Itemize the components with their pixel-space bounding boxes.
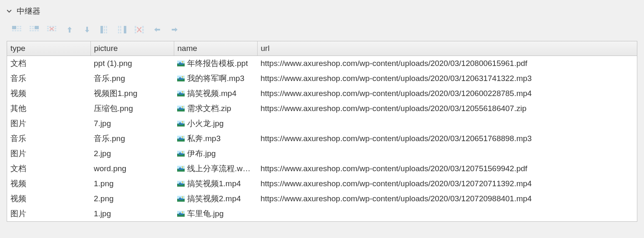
image-file-icon	[177, 136, 185, 142]
table-row[interactable]: 音乐音乐.png我的将军啊.mp3https://www.axureshop.c…	[7, 71, 637, 86]
svg-point-83	[182, 166, 183, 167]
table-row[interactable]: 视频视频图1.png搞笑视频.mp4https://www.axureshop.…	[7, 86, 637, 101]
table-row[interactable]: 文档word.png线上分享流程.w…https://www.axureshop…	[7, 161, 637, 176]
grid-2-icon[interactable]	[29, 25, 40, 34]
cell-url[interactable]	[257, 146, 637, 161]
cell-type[interactable]: 音乐	[7, 131, 90, 146]
cell-name[interactable]: 需求文档.zip	[174, 101, 257, 116]
table-row[interactable]: 文档ppt (1).png年终报告模板.ppthttps://www.axure…	[7, 56, 637, 71]
cell-type[interactable]: 其他	[7, 101, 90, 116]
cell-picture[interactable]: ppt (1).png	[90, 56, 174, 71]
cell-name[interactable]: 搞笑视频1.mp4	[174, 176, 257, 191]
cell-picture[interactable]: 7.jpg	[90, 116, 174, 131]
cell-url[interactable]	[257, 206, 637, 221]
cell-name[interactable]: 车里龟.jpg	[174, 206, 257, 221]
table-row[interactable]: 视频1.png搞笑视频1.mp4https://www.axureshop.co…	[7, 176, 637, 191]
cell-url[interactable]: https://www.axureshop.com/wp-content/upl…	[257, 101, 637, 116]
arrow-right-icon[interactable]	[169, 25, 180, 34]
cell-picture[interactable]: 压缩包.png	[90, 101, 174, 116]
table-row[interactable]: 音乐音乐.png私奔.mp3https://www.axureshop.com/…	[7, 131, 637, 146]
cell-picture[interactable]: 音乐.png	[90, 71, 174, 86]
table-row[interactable]: 其他压缩包.png需求文档.ziphttps://www.axureshop.c…	[7, 101, 637, 116]
cell-name[interactable]: 小火龙.jpg	[174, 116, 257, 131]
col-right-icon[interactable]	[117, 25, 128, 34]
arrow-up-icon[interactable]	[64, 25, 75, 34]
cell-name-text: 年终报告模板.ppt	[187, 58, 248, 69]
image-file-icon	[177, 106, 185, 111]
svg-point-75	[182, 136, 183, 137]
cell-name-text: 伊布.jpg	[187, 148, 216, 159]
image-file-icon	[177, 91, 185, 96]
image-file-icon	[177, 121, 185, 127]
arrow-left-icon[interactable]	[152, 25, 163, 34]
cell-name[interactable]: 搞笑视频.mp4	[174, 86, 257, 101]
cell-name[interactable]: 搞笑视频2.mp4	[174, 191, 257, 206]
col-header-name[interactable]: name	[174, 41, 257, 56]
cell-name[interactable]: 伊布.jpg	[174, 146, 257, 161]
col-header-picture[interactable]: picture	[90, 41, 174, 56]
cell-picture[interactable]: 视频图1.png	[90, 86, 174, 101]
cell-picture[interactable]: 音乐.png	[90, 131, 174, 146]
cell-picture[interactable]: 2.png	[90, 191, 174, 206]
col-left-icon[interactable]	[99, 25, 110, 34]
cell-type[interactable]: 视频	[7, 86, 90, 101]
cell-name[interactable]: 我的将军啊.mp3	[174, 71, 257, 86]
svg-rect-7	[17, 30, 19, 31]
table-row[interactable]: 图片7.jpg小火龙.jpg	[7, 116, 637, 131]
cell-type[interactable]: 图片	[7, 206, 90, 221]
cell-type[interactable]: 音乐	[7, 71, 90, 86]
cell-url[interactable]: https://www.axureshop.com/wp-content/upl…	[257, 176, 637, 191]
svg-rect-8	[20, 30, 21, 31]
arrow-down-icon[interactable]	[82, 25, 93, 34]
cell-url[interactable]	[257, 116, 637, 131]
table-row[interactable]: 图片1.jpg车里龟.jpg	[7, 206, 637, 221]
svg-point-67	[182, 106, 183, 107]
svg-rect-31	[104, 26, 105, 28]
collapse-chevron-icon[interactable]	[6, 8, 13, 15]
cell-name[interactable]: 年终报告模板.ppt	[174, 56, 257, 71]
cell-name-text: 小火龙.jpg	[187, 118, 224, 129]
svg-rect-27	[55, 30, 56, 31]
cell-name[interactable]: 私奔.mp3	[174, 131, 257, 146]
image-file-icon	[177, 151, 185, 157]
cell-picture[interactable]: 1.jpg	[90, 206, 174, 221]
cell-type[interactable]: 文档	[7, 161, 90, 176]
toolbar	[0, 21, 644, 41]
image-file-icon	[177, 181, 185, 187]
svg-rect-3	[17, 28, 19, 29]
cell-type[interactable]: 图片	[7, 116, 90, 131]
svg-rect-1	[17, 26, 19, 27]
cell-url[interactable]: https://www.axureshop.com/wp-content/upl…	[257, 71, 637, 86]
cell-type[interactable]: 视频	[7, 176, 90, 191]
cell-url[interactable]: https://www.axureshop.com/wp-content/upl…	[257, 191, 637, 206]
cell-type[interactable]: 文档	[7, 56, 90, 71]
col-header-url[interactable]: url	[257, 41, 637, 56]
grid-delete-icon[interactable]	[47, 25, 58, 34]
col-delete-icon[interactable]	[134, 25, 145, 34]
cell-name[interactable]: 线上分享流程.w…	[174, 161, 257, 176]
table-row[interactable]: 视频2.png搞笑视频2.mp4https://www.axureshop.co…	[7, 191, 637, 206]
col-header-type[interactable]: type	[7, 41, 90, 56]
svg-rect-21	[55, 26, 56, 27]
cell-picture[interactable]: word.png	[90, 161, 174, 176]
cell-name-text: 搞笑视频1.mp4	[187, 178, 241, 189]
cell-url[interactable]: https://www.axureshop.com/wp-content/upl…	[257, 56, 637, 71]
cell-type[interactable]: 视频	[7, 191, 90, 206]
svg-rect-14	[30, 30, 31, 31]
table-row[interactable]: 图片2.jpg伊布.jpg	[7, 146, 637, 161]
svg-rect-32	[106, 26, 107, 28]
cell-url[interactable]: https://www.axureshop.com/wp-content/upl…	[257, 131, 637, 146]
svg-rect-0	[12, 26, 16, 29]
svg-rect-34	[106, 29, 107, 31]
cell-picture[interactable]: 1.png	[90, 176, 174, 191]
cell-name-text: 私奔.mp3	[187, 133, 221, 144]
cell-url[interactable]: https://www.axureshop.com/wp-content/upl…	[257, 161, 637, 176]
svg-rect-44	[135, 26, 136, 28]
grid-1-icon[interactable]	[12, 25, 23, 34]
svg-rect-15	[32, 30, 34, 31]
cell-url[interactable]: https://www.axureshop.com/wp-content/upl…	[257, 86, 637, 101]
cell-picture[interactable]: 2.jpg	[90, 146, 174, 161]
cell-type[interactable]: 图片	[7, 146, 90, 161]
svg-point-59	[182, 76, 183, 77]
svg-rect-17	[37, 30, 39, 31]
